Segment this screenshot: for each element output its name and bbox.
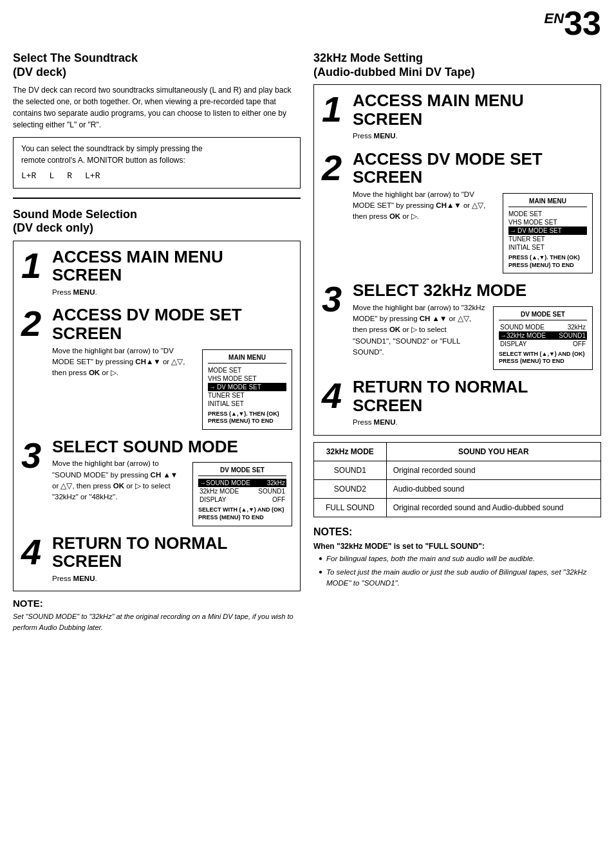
table-mode-2: SOUND2 [314, 479, 387, 498]
right-step3: 3 SELECT 32kHz MODE Move the highlight b… [322, 281, 593, 370]
notes-subtitle: When "32kHz MODE" is set to "FULL SOUND"… [313, 542, 601, 551]
right-step1-body: Press MENU. [353, 131, 593, 142]
table-row: SOUND2 Audio-dubbed sound [314, 479, 601, 498]
sound-mode-steps: 1 ACCESS MAIN MENU SCREEN Press MENU. 2 … [13, 241, 301, 591]
sound-mode-title: Sound Mode Selection (DV deck only) [13, 208, 301, 235]
table-sound-1: Original recorded sound [386, 461, 600, 479]
left-step3-body: Move the highlight bar (arrow) to "SOUND… [52, 458, 186, 503]
table-row: SOUND1 Original recorded sound [314, 461, 601, 479]
right-step1-number: 1 [322, 91, 346, 127]
section-sound-mode: Sound Mode Selection (DV deck only) 1 AC… [13, 208, 301, 633]
right-step4-heading: RETURN TO NORMAL SCREEN [353, 378, 593, 414]
left-step4-content: RETURN TO NORMAL SCREEN Press MENU. [52, 534, 292, 584]
right-step3-body: Move the highlight bar (arrow) to "32kHz… [353, 302, 487, 358]
left-step1-heading: ACCESS MAIN MENU SCREEN [52, 248, 292, 284]
section-soundtrack-body: The DV deck can record two soundtracks s… [13, 84, 301, 131]
monitor-options: L+R L R L+R [21, 170, 292, 183]
left-step1-body: Press MENU. [52, 287, 292, 298]
table-col1-header: 32kHz MODE [314, 442, 387, 461]
left-step3-menu: DV MODE SET →SOUND MODE32kHz 32kHz MODES… [192, 462, 292, 526]
right-step4: 4 RETURN TO NORMAL SCREEN Press MENU. [322, 378, 593, 428]
page-number: EN33 [544, 6, 601, 40]
notes-title: NOTES: [313, 526, 601, 538]
notes-item-1: For bilingual tapes, both the main and s… [319, 553, 601, 564]
left-note: NOTE: Set "SOUND MODE" to "32kHz" at the… [13, 598, 301, 633]
notes-item-2: To select just the main audio or just th… [319, 567, 601, 589]
left-step2-heading: ACCESS DV MODE SET SCREEN [52, 306, 292, 342]
section-soundtrack-title: Select The Soundtrack (DV deck) [13, 51, 301, 79]
left-step1-number: 1 [21, 248, 46, 284]
right-step3-menu: DV MODE SET SOUND MODE32kHz →32kHz MODES… [493, 306, 593, 370]
left-step2-menu: MAIN MENU MODE SET VHS MODE SET DV MODE … [202, 349, 292, 430]
table-col2-header: SOUND YOU HEAR [386, 442, 600, 461]
left-step4: 4 RETURN TO NORMAL SCREEN Press MENU. [21, 534, 292, 584]
table-sound-3: Original recorded sound and Audio-dubbed… [386, 498, 600, 517]
right-step3-content: SELECT 32kHz MODE Move the highlight bar… [353, 281, 593, 370]
left-step3: 3 SELECT SOUND MODE Move the highlight b… [21, 438, 292, 526]
table-mode-3: FULL SOUND [314, 498, 387, 517]
right-step1-heading: ACCESS MAIN MENU SCREEN [353, 91, 593, 128]
left-step2-number: 2 [21, 306, 46, 342]
right-step3-heading: SELECT 32kHz MODE [353, 281, 593, 300]
left-step3-number: 3 [21, 438, 46, 474]
right-step4-body: Press MENU. [353, 417, 593, 428]
left-step1: 1 ACCESS MAIN MENU SCREEN Press MENU. [21, 248, 292, 298]
right-step3-number: 3 [322, 281, 346, 317]
left-step2: 2 ACCESS DV MODE SET SCREEN Move the hig… [21, 306, 292, 430]
left-step4-body: Press MENU. [52, 573, 292, 584]
right-step1-content: ACCESS MAIN MENU SCREEN Press MENU. [353, 91, 593, 142]
table-row: FULL SOUND Original recorded sound and A… [314, 498, 601, 517]
right-step2: 2 ACCESS DV MODE SET SCREEN Move the hig… [322, 150, 593, 274]
left-step1-content: ACCESS MAIN MENU SCREEN Press MENU. [52, 248, 292, 298]
right-step2-menu: MAIN MENU MODE SET VHS MODE SET DV MODE … [503, 193, 593, 273]
sound-table: 32kHz MODE SOUND YOU HEAR SOUND1 Origina… [313, 442, 601, 517]
left-step3-content: SELECT SOUND MODE Move the highlight bar… [52, 438, 292, 526]
notes-section: NOTES: When "32kHz MODE" is set to "FULL… [313, 526, 601, 589]
en-label: EN [544, 10, 564, 26]
table-mode-1: SOUND1 [314, 461, 387, 479]
right-step4-content: RETURN TO NORMAL SCREEN Press MENU. [353, 378, 593, 428]
right-step2-content: ACCESS DV MODE SET SCREEN Move the highl… [353, 150, 593, 274]
left-step2-body: Move the highlight bar (arrow) to "DV MO… [52, 346, 196, 379]
right-step4-number: 4 [322, 378, 346, 414]
left-step4-heading: RETURN TO NORMAL SCREEN [52, 534, 292, 571]
left-step2-content: ACCESS DV MODE SET SCREEN Move the highl… [52, 306, 292, 430]
left-note-body: Set "SOUND MODE" to "32kHz" at the origi… [13, 611, 301, 633]
left-step4-number: 4 [21, 534, 46, 570]
right-step2-number: 2 [322, 150, 346, 186]
left-column: Select The Soundtrack (DV deck) The DV d… [13, 51, 301, 633]
right-step2-heading: ACCESS DV MODE SET SCREEN [353, 150, 593, 187]
right-column: 32kHz Mode Setting (Audio-dubbed Mini DV… [313, 51, 601, 633]
right-steps: 1 ACCESS MAIN MENU SCREEN Press MENU. 2 … [313, 84, 601, 435]
table-sound-2: Audio-dubbed sound [386, 479, 600, 498]
right-step2-body: Move the highlight bar (arrow) to "DV MO… [353, 189, 496, 223]
section-soundtrack: Select The Soundtrack (DV deck) The DV d… [13, 51, 301, 189]
soundtrack-infobox: You can select the soundtrack by simply … [13, 137, 301, 189]
notes-list: For bilingual tapes, both the main and s… [313, 553, 601, 589]
left-step3-heading: SELECT SOUND MODE [52, 438, 292, 456]
right-step1: 1 ACCESS MAIN MENU SCREEN Press MENU. [322, 91, 593, 142]
right-section-title: 32kHz Mode Setting (Audio-dubbed Mini DV… [313, 51, 601, 79]
left-note-title: NOTE: [13, 598, 301, 609]
